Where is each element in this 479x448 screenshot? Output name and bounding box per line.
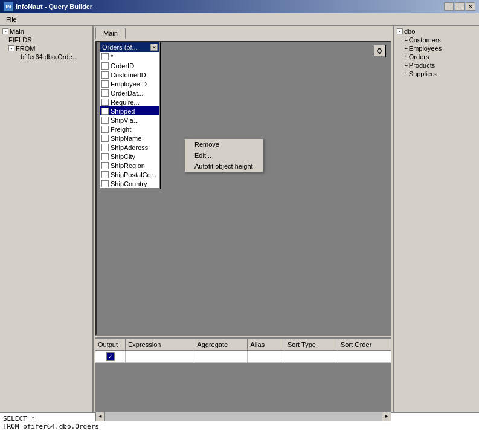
right-tree-customers[interactable]: └ Customers <box>396 36 478 44</box>
grid-header-sort-type: Sort Type <box>285 339 338 350</box>
maximize-button[interactable]: □ <box>455 2 465 11</box>
tree-item-bfifer[interactable]: bfifer64.dbo.Orde... <box>1 53 91 61</box>
grid-cell-expression[interactable] <box>126 351 194 362</box>
orders-field-label: CustomerID <box>111 71 146 79</box>
orders-field-checkbox[interactable] <box>101 99 109 106</box>
minimize-button[interactable]: ─ <box>444 2 454 11</box>
grid-scroll-left[interactable]: ◄ <box>95 412 105 421</box>
right-tree-label-employees: Employees <box>409 45 442 52</box>
orders-field-checkbox[interactable] <box>101 153 109 160</box>
right-tree-products[interactable]: └ Products <box>396 61 478 70</box>
orders-field-label: ShipRegion <box>111 162 145 169</box>
orders-field-row[interactable]: OrderDat... <box>100 88 159 97</box>
orders-field-label: OrderID <box>111 62 134 70</box>
orders-field-row[interactable]: * <box>100 52 159 61</box>
grid-header: Output Expression Aggregate Alias Sort T… <box>95 339 391 351</box>
context-menu-remove[interactable]: Remove <box>185 139 263 150</box>
menu-bar: File <box>0 13 479 25</box>
title-buttons: ─ □ ✕ <box>444 2 475 11</box>
orders-field-row[interactable]: CustomerID <box>100 70 159 79</box>
orders-field-checkbox[interactable] <box>101 171 109 178</box>
menu-file[interactable]: File <box>2 15 21 24</box>
context-menu-autofit[interactable]: Autofit object height <box>185 161 263 172</box>
orders-field-row-shipped[interactable]: Shipped <box>100 106 159 115</box>
orders-field-checkbox[interactable] <box>101 71 109 79</box>
main-content: - Main FIELDS - FROM bfifer64.dbo.Orde..… <box>0 25 479 412</box>
tree-expand-main[interactable]: - <box>2 28 8 34</box>
grid-scroll-track[interactable] <box>105 412 382 421</box>
orders-field-checkbox[interactable] <box>101 108 109 115</box>
orders-field-checkbox[interactable] <box>101 126 109 133</box>
orders-field-row[interactable]: ShipRegion <box>100 161 159 170</box>
orders-field-row[interactable]: ShipVia... <box>100 115 159 125</box>
grid-cell-sort-order[interactable] <box>338 351 391 362</box>
dash-icon: └ <box>403 36 408 44</box>
close-button[interactable]: ✕ <box>466 2 475 11</box>
right-tree-label-products: Products <box>409 62 435 69</box>
orders-field-list[interactable]: * OrderID CustomerID EmployeeID <box>100 52 159 188</box>
orders-field-row[interactable]: ShipCity <box>100 152 159 161</box>
tab-main[interactable]: Main <box>95 28 126 39</box>
orders-field-row[interactable]: ShipCountry <box>100 179 159 188</box>
orders-close-button[interactable]: ✕ <box>150 44 158 51</box>
sql-line2: FROM bfifer64.dbo.Orders <box>3 423 476 430</box>
grid-horizontal-scrollbar: ◄ ► <box>95 411 391 421</box>
orders-field-checkbox[interactable] <box>101 89 109 97</box>
right-tree-label-orders: Orders <box>409 53 429 60</box>
orders-field-checkbox[interactable] <box>101 62 109 70</box>
orders-field-row[interactable]: ShipPostalCo... <box>100 170 159 179</box>
grid-cell-output[interactable]: ✓ <box>95 351 126 362</box>
app-icon: IN <box>4 2 13 11</box>
tab-bar: Main <box>94 26 393 39</box>
center-panel: Main Q Orders (bf... ✕ * <box>94 26 394 412</box>
orders-field-row[interactable]: ShipAddress <box>100 143 159 152</box>
orders-field-row[interactable]: Require... <box>100 97 159 106</box>
grid-cell-sort-type[interactable] <box>285 351 338 362</box>
context-menu: Remove Edit... Autofit object height <box>184 138 263 172</box>
orders-field-checkbox[interactable] <box>101 80 109 88</box>
orders-title-bar: Orders (bf... ✕ <box>100 42 159 52</box>
orders-field-row[interactable]: Freight <box>100 125 159 134</box>
orders-field-label: Require... <box>111 99 140 106</box>
dbo-label: dbo <box>404 28 415 35</box>
grid-body <box>95 363 391 411</box>
orders-field-label: ShipName <box>111 135 141 142</box>
context-menu-edit[interactable]: Edit... <box>185 150 263 161</box>
orders-field-checkbox[interactable] <box>101 180 109 187</box>
grid-cell-alias[interactable] <box>248 351 285 362</box>
right-tree-label-suppliers: Suppliers <box>409 70 437 77</box>
dash-icon: └ <box>403 62 408 69</box>
right-panel: - dbo └ Customers └ Employees └ Orders └… <box>394 26 479 412</box>
title-bar: IN InfoNaut - Query Builder ─ □ ✕ <box>0 0 479 13</box>
orders-field-row[interactable]: ShipName <box>100 134 159 143</box>
tree-expand-from[interactable]: - <box>8 45 14 51</box>
orders-field-label: * <box>111 53 113 60</box>
orders-widget: Orders (bf... ✕ * OrderID Custo <box>100 42 160 189</box>
right-tree-orders[interactable]: └ Orders <box>396 53 478 61</box>
tree-item-fields[interactable]: FIELDS <box>1 36 91 44</box>
orders-field-checkbox[interactable] <box>101 53 109 60</box>
dbo-folder[interactable]: - dbo <box>396 27 478 36</box>
right-tree-employees[interactable]: └ Employees <box>396 44 478 53</box>
grid-cell-aggregate[interactable] <box>194 351 248 362</box>
title-bar-left: IN InfoNaut - Query Builder <box>4 2 92 11</box>
orders-field-checkbox[interactable] <box>101 135 109 142</box>
tree-item-from[interactable]: - FROM <box>1 44 91 53</box>
orders-field-row[interactable]: EmployeeID <box>100 79 159 88</box>
dash-icon: └ <box>403 45 408 52</box>
output-checkbox[interactable]: ✓ <box>106 352 115 361</box>
tree-item-main[interactable]: - Main <box>1 27 91 36</box>
right-tree-suppliers[interactable]: └ Suppliers <box>396 70 478 78</box>
grid-header-aggregate: Aggregate <box>194 339 248 350</box>
orders-field-label: EmployeeID <box>111 80 147 88</box>
q-button[interactable]: Q <box>373 45 385 57</box>
grid-scroll-right[interactable]: ► <box>382 412 391 421</box>
dbo-expand[interactable]: - <box>397 28 403 34</box>
orders-field-checkbox[interactable] <box>101 162 109 169</box>
orders-field-label: ShipVia... <box>111 117 139 124</box>
orders-field-checkbox[interactable] <box>101 144 109 151</box>
orders-field-row[interactable]: OrderID <box>100 61 159 70</box>
orders-field-checkbox[interactable] <box>101 117 109 124</box>
query-area: Q Orders (bf... ✕ * OrderID <box>95 41 391 336</box>
orders-field-label: ShipPostalCo... <box>111 171 156 178</box>
